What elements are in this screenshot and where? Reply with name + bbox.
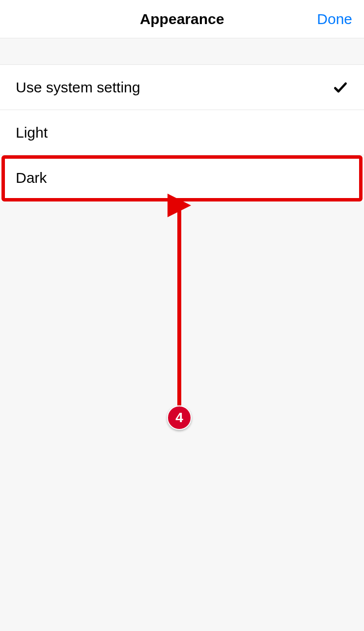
option-dark[interactable]: Dark <box>0 155 364 201</box>
section-spacer <box>0 38 364 65</box>
annotation-step-badge: 4 <box>167 405 192 430</box>
page-title: Appearance <box>140 11 224 28</box>
appearance-options-list: Use system setting Light Dark <box>0 65 364 201</box>
option-label: Use system setting <box>16 79 140 96</box>
option-label: Dark <box>16 170 47 186</box>
header: Appearance Done <box>0 0 364 38</box>
checkmark-icon <box>333 80 348 95</box>
option-label: Light <box>16 124 48 141</box>
option-use-system-setting[interactable]: Use system setting <box>0 65 364 110</box>
option-light[interactable]: Light <box>0 110 364 155</box>
done-button[interactable]: Done <box>317 11 352 28</box>
annotation-step-number: 4 <box>175 410 183 426</box>
